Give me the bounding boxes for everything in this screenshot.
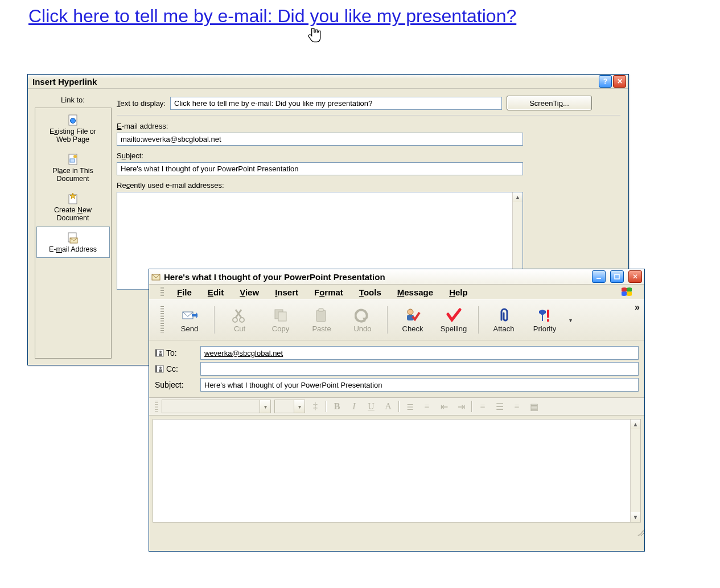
dropdown-arrow-icon: ▾ [260,400,270,413]
cc-input[interactable] [200,362,639,376]
link-to-list: Existing File orWeb Page Place in ThisDo… [35,108,112,359]
priority-dropdown-arrow-icon[interactable]: ▾ [567,317,574,323]
svg-rect-17 [316,310,326,322]
toolbar-label: Paste [312,324,331,333]
dialog-close-button[interactable]: ✕ [613,75,626,88]
toolbar-label: Spelling [441,324,467,333]
bulleted-list-icon: ≡ [420,400,434,413]
compose-statusbar [149,526,644,536]
menu-view[interactable]: View [232,286,266,298]
envelope-page-icon [67,232,79,244]
compose-title: Here's what I thought of your PowerPoint… [164,272,587,282]
svg-rect-24 [547,319,549,322]
align-left-icon: ≡ [476,400,489,413]
toolbar-label: Check [402,324,423,333]
send-icon [182,307,198,323]
compose-headers: To: Cc: Subject: [149,340,644,398]
bold-button: B [330,400,344,413]
compose-body-editor[interactable]: ▲ ▼ [153,419,641,523]
dialog-help-button[interactable]: ? [599,75,612,88]
to-input[interactable] [200,346,639,360]
scroll-up-icon[interactable]: ▲ [631,420,640,429]
link-to-label: Link to: [61,96,85,104]
font-family-combo: ▾ [162,400,271,413]
toolbar-separator [214,306,215,334]
underline-button: U [364,400,378,413]
compose-format-toolbar: ▾ ▾ ‡ B I U A ≣ ≡ ⇤ ⇥ ≡ ☰ ≡ ▤ [149,398,644,416]
windows-flag-icon [620,287,633,297]
numbered-list-icon: ≣ [403,400,417,413]
toolbar-label: Send [181,324,198,333]
font-size-combo: ▾ [274,400,305,413]
align-justify-icon: ▤ [527,400,541,413]
paragraph-style-icon: ‡ [308,400,322,413]
paste-icon [314,307,330,323]
text-to-display-input[interactable] [170,97,502,110]
check-names-icon [405,307,421,323]
toolbar-copy: Copy [262,307,299,333]
svg-rect-16 [278,312,286,321]
toolbar-overflow-button[interactable]: » [635,302,640,312]
new-doc-icon [67,192,79,205]
toolbar-label: Undo [353,324,371,333]
compose-close-button[interactable]: ✕ [628,270,642,283]
linkto-existing-file[interactable]: Existing File orWeb Page [36,109,110,147]
address-book-icon [155,349,164,357]
subject-label: Subject: [117,151,143,160]
menu-edit[interactable]: Edit [200,286,231,298]
align-center-icon: ☰ [493,400,507,413]
toolbar-label: Cut [234,324,245,333]
menu-help[interactable]: Help [442,286,475,298]
toolbar-label: Copy [272,324,289,333]
maximize-button[interactable] [610,270,624,283]
subject-input[interactable] [117,162,523,175]
compose-menubar: File Edit View Insert Format Tools Messa… [149,285,644,299]
menu-file[interactable]: File [170,286,199,298]
indent-icon: ⇥ [454,400,468,413]
svg-rect-30 [155,365,157,372]
menubar-grip-icon[interactable] [161,287,164,297]
size-grip-icon[interactable] [635,527,644,536]
toolbar-check[interactable]: Check [394,307,431,333]
svg-point-27 [159,351,162,353]
linkto-place-in-doc[interactable]: Place in ThisDocument [36,149,110,187]
compose-toolbar: Send Cut Copy Paste [149,299,644,340]
linkto-email-address[interactable]: E-mail Address [36,227,110,257]
menu-message[interactable]: Message [390,286,441,298]
dialog-titlebar[interactable]: Insert Hyperlink ? ✕ [28,75,628,89]
format-separator [471,401,472,412]
cc-label[interactable]: Cc: [155,364,196,373]
toolbar-attach[interactable]: Attach [485,307,522,333]
toolbar-send[interactable]: Send [171,307,208,333]
menu-insert[interactable]: Insert [268,286,306,298]
compose-subject-input[interactable] [200,378,639,392]
copy-icon [273,307,289,323]
menu-tools[interactable]: Tools [352,286,389,298]
format-grip-icon[interactable] [155,401,158,412]
svg-rect-4 [70,159,75,162]
email-address-input[interactable] [117,133,523,146]
dropdown-arrow-icon: ▾ [294,400,305,413]
linkto-create-new-doc[interactable]: Create NewDocument [36,188,110,226]
minimize-icon [596,274,602,279]
menu-format[interactable]: Format [307,286,351,298]
svg-rect-23 [547,310,549,318]
toolbar-label: Priority [533,324,556,333]
svg-point-14 [240,318,244,322]
svg-point-20 [408,309,413,315]
format-separator [326,401,327,412]
scroll-up-icon[interactable]: ▲ [513,192,522,202]
compose-titlebar[interactable]: Here's what I thought of your PowerPoint… [149,269,644,285]
screentip-button[interactable]: ScreenTip... [507,96,592,110]
toolbar-label: Attach [493,324,515,333]
to-label[interactable]: To: [155,348,196,357]
toolbar-spelling[interactable]: Spelling [435,307,472,333]
bookmark-page-icon [67,153,79,166]
presentation-hyperlink[interactable]: Click here to tell me by e-mail: Did you… [28,6,516,27]
toolbar-priority[interactable]: Priority [526,307,563,333]
compose-subject-label: Subject: [155,380,196,389]
toolbar-grip-icon[interactable] [161,306,164,334]
scroll-down-icon[interactable]: ▼ [631,512,640,522]
body-scrollbar[interactable]: ▲ ▼ [630,420,640,522]
minimize-button[interactable] [592,270,606,283]
